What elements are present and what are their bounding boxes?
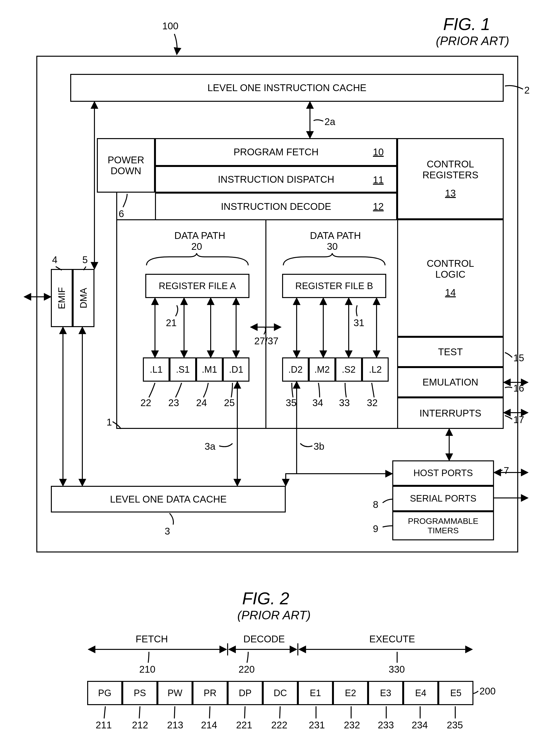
fetch-label: FETCH — [136, 634, 168, 645]
ref-3b: 3b — [314, 441, 325, 452]
instruction-decode-box: INSTRUCTION DECODE — [155, 193, 397, 219]
ref-16: 16 — [513, 383, 524, 394]
program-fetch-label: PROGRAM FETCH — [233, 147, 319, 157]
ref-214: 214 — [201, 720, 217, 731]
ref-221: 221 — [236, 720, 252, 731]
host-ports-box: HOST PORTS — [392, 461, 494, 486]
interrupts-box: INTERRUPTS — [397, 397, 504, 429]
ref-100: 100 — [162, 21, 179, 32]
l1d-cache-box: LEVEL ONE DATA CACHE — [51, 486, 286, 512]
ref-31: 31 — [353, 317, 364, 328]
ref-7: 7 — [504, 465, 509, 476]
stage-E4-box: E4 — [403, 681, 438, 705]
ref-23: 23 — [168, 397, 179, 408]
stage-DP-box: DP — [228, 681, 263, 705]
unit-L1-label: .L1 — [150, 364, 163, 375]
stage-DC-label: DC — [274, 688, 287, 698]
stage-PR-box: PR — [193, 681, 228, 705]
ref-13: 13 — [445, 188, 456, 199]
ref-5: 5 — [82, 255, 88, 265]
reg-file-b-label: REGISTER FILE B — [295, 281, 373, 291]
fig1-title: FIG. 1 — [443, 15, 490, 34]
unit-L1-box: .L1 — [143, 357, 170, 382]
host-ports-label: HOST PORTS — [413, 468, 473, 478]
unit-D2-box: .D2 — [282, 357, 309, 382]
ref-220: 220 — [238, 664, 255, 675]
l1i-cache-box: LEVEL ONE INSTRUCTION CACHE — [70, 74, 504, 102]
reg-file-b-box: REGISTER FILE B — [282, 274, 386, 298]
stage-E3-box: E3 — [368, 681, 403, 705]
data-path-20-label: DATA PATH — [174, 230, 225, 241]
ref-14: 14 — [445, 287, 456, 298]
unit-L2-box: .L2 — [362, 357, 389, 382]
fig1-subtitle: (PRIOR ART) — [436, 34, 509, 48]
stage-PG-box: PG — [87, 681, 122, 705]
ref-8: 8 — [373, 499, 378, 510]
instruction-dispatch-label: INSTRUCTION DISPATCH — [218, 174, 335, 185]
stage-PW-label: PW — [168, 688, 182, 698]
stage-E2-box: E2 — [333, 681, 368, 705]
ref-3a: 3a — [204, 441, 215, 452]
instruction-dispatch-box: INSTRUCTION DISPATCH — [155, 166, 397, 193]
unit-M1-label: .M1 — [202, 364, 217, 375]
interrupts-label: INTERRUPTS — [419, 408, 481, 419]
ref-9: 9 — [373, 523, 378, 534]
decode-label: DECODE — [243, 634, 285, 645]
ref-33: 33 — [339, 397, 350, 408]
control-logic-label: CONTROL LOGIC — [427, 258, 474, 280]
ref-213: 213 — [167, 720, 183, 731]
unit-D1-label: .D1 — [229, 364, 243, 375]
prog-timers-label: PROGRAMMABLE TIMERS — [408, 516, 478, 535]
ref-2: 2 — [524, 85, 530, 96]
ref-27-37: 27/37 — [254, 336, 278, 346]
ref-17: 17 — [513, 414, 524, 425]
stage-PS-label: PS — [134, 688, 146, 698]
ref-20: 20 — [191, 241, 202, 252]
ref-212: 212 — [132, 720, 148, 731]
reg-file-a-label: REGISTER FILE A — [159, 281, 236, 291]
power-down-label: POWER DOWN — [107, 155, 144, 176]
ref-34: 34 — [312, 397, 323, 408]
ref-30: 30 — [327, 241, 338, 252]
ref-22: 22 — [140, 397, 151, 408]
ref-12: 12 — [373, 201, 384, 212]
ref-10: 10 — [373, 147, 384, 157]
unit-M2-label: .M2 — [314, 364, 330, 375]
ref-4: 4 — [52, 255, 58, 265]
ref-2a: 2a — [325, 116, 336, 127]
control-registers-box: CONTROL REGISTERS 13 — [397, 138, 504, 219]
unit-M2-box: .M2 — [309, 357, 336, 382]
fig2-title: FIG. 2 — [242, 589, 289, 608]
program-fetch-box: PROGRAM FETCH — [155, 138, 397, 166]
data-path-30-label: DATA PATH — [310, 230, 361, 241]
ref-233: 233 — [378, 720, 394, 731]
unit-S1-label: .S1 — [176, 364, 190, 375]
ref-222: 222 — [271, 720, 287, 731]
ref-231: 231 — [309, 720, 325, 731]
ref-21: 21 — [166, 317, 177, 328]
unit-D1-box: .D1 — [223, 357, 249, 382]
stage-E5-label: E5 — [450, 688, 461, 698]
power-down-box: POWER DOWN — [97, 138, 155, 193]
unit-L2-label: .L2 — [369, 364, 382, 375]
reg-file-a-box: REGISTER FILE A — [145, 274, 249, 298]
test-box: TEST — [397, 337, 504, 367]
dma-label: DMA — [78, 288, 89, 308]
ref-15: 15 — [513, 353, 524, 363]
stage-PW-box: PW — [157, 681, 193, 705]
ref-211: 211 — [96, 720, 112, 731]
ref-210: 210 — [139, 664, 156, 675]
instruction-decode-label: INSTRUCTION DECODE — [221, 201, 331, 212]
serial-ports-box: SERIAL PORTS — [392, 486, 494, 511]
execute-label: EXECUTE — [369, 634, 415, 645]
ref-330: 330 — [389, 664, 405, 675]
l1i-cache-label: LEVEL ONE INSTRUCTION CACHE — [207, 83, 366, 93]
stage-E1-label: E1 — [310, 688, 321, 698]
unit-D2-label: .D2 — [288, 364, 303, 375]
stage-E5-box: E5 — [438, 681, 473, 705]
control-registers-label: CONTROL REGISTERS — [422, 159, 478, 181]
stage-DC-box: DC — [263, 681, 298, 705]
unit-S2-label: .S2 — [342, 364, 355, 375]
stage-E2-label: E2 — [345, 688, 356, 698]
ref-232: 232 — [344, 720, 360, 731]
